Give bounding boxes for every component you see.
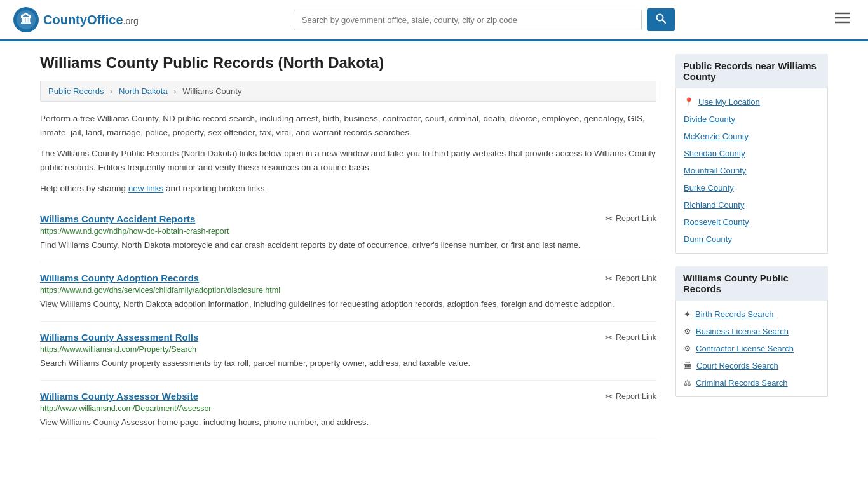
local-link-4[interactable]: Criminal Records Search: [696, 378, 788, 388]
nearby-item-4: Mountrail County: [676, 162, 827, 179]
record-url-2[interactable]: https://www.williamsnd.com/Property/Sear…: [40, 345, 656, 354]
content-area: Williams County Public Records (North Da…: [40, 54, 656, 440]
nearby-section-title: Public Records near Williams County: [675, 54, 828, 88]
court-icon: 🏛: [684, 361, 692, 370]
report-link-button-1[interactable]: ✂ Report Link: [605, 273, 656, 283]
breadcrumb-north-dakota[interactable]: North Dakota: [119, 86, 168, 96]
nearby-link-6[interactable]: Richland County: [684, 200, 744, 210]
record-header: Williams County Assessment Rolls ✂ Repor…: [40, 332, 656, 342]
business-icon: ⚙: [684, 327, 691, 336]
local-item-4: ⚖ Criminal Records Search: [676, 374, 827, 391]
search-icon: [656, 13, 666, 24]
local-item-3: 🏛 Court Records Search: [676, 357, 827, 374]
breadcrumb-sep-2: ›: [173, 86, 176, 96]
record-item: Williams County Assessment Rolls ✂ Repor…: [40, 322, 656, 381]
breadcrumb: Public Records › North Dakota › Williams…: [40, 81, 656, 102]
record-title-0[interactable]: Williams County Accident Reports: [40, 214, 195, 224]
local-section: Williams County Public Records ✦ Birth R…: [675, 266, 828, 397]
record-header: Williams County Accident Reports ✂ Repor…: [40, 214, 656, 224]
birth-icon: ✦: [684, 309, 691, 319]
nearby-item-0: 📍 Use My Location: [676, 93, 827, 111]
record-title-3[interactable]: Williams County Assessor Website: [40, 391, 198, 402]
nearby-link-2[interactable]: McKenzie County: [684, 132, 749, 141]
record-title-1[interactable]: Williams County Adoption Records: [40, 273, 199, 283]
criminal-icon: ⚖: [684, 378, 691, 388]
svg-text:🏛: 🏛: [20, 13, 32, 26]
record-item: Williams County Adoption Records ✂ Repor…: [40, 262, 656, 322]
local-list: ✦ Birth Records Search ⚙ Business Licens…: [675, 301, 828, 397]
record-title-2[interactable]: Williams County Assessment Rolls: [40, 332, 198, 342]
nearby-section: Public Records near Williams County 📍 Us…: [675, 54, 828, 254]
report-link-button-2[interactable]: ✂ Report Link: [605, 332, 656, 342]
record-url-3[interactable]: http://www.williamsnd.com/Department/Ass…: [40, 404, 656, 413]
description-3: Help others by sharing new links and rep…: [40, 182, 656, 196]
record-desc-2: Search Williams County property assessme…: [40, 357, 656, 370]
record-desc-0: Find Williams County, North Dakota motor…: [40, 239, 656, 252]
local-section-title: Williams County Public Records: [675, 266, 828, 301]
nearby-link-8[interactable]: Dunn County: [684, 234, 732, 244]
record-header: Williams County Adoption Records ✂ Repor…: [40, 273, 656, 283]
record-item: Williams County Assessor Website ✂ Repor…: [40, 381, 656, 440]
svg-line-4: [662, 20, 665, 24]
nearby-item-7: Roosevelt County: [676, 214, 827, 231]
nearby-item-8: Dunn County: [676, 231, 827, 248]
location-pin-icon: 📍: [684, 97, 694, 107]
breadcrumb-sep-1: ›: [110, 86, 112, 96]
local-item-2: ⚙ Contractor License Search: [676, 340, 827, 357]
scissors-icon-1: ✂: [605, 273, 613, 283]
scissors-icon-0: ✂: [605, 214, 613, 224]
page-title: Williams County Public Records (North Da…: [40, 54, 656, 72]
logo-area: 🏛 CountyOffice.org: [13, 6, 139, 33]
menu-button[interactable]: [830, 9, 855, 30]
logo-text: CountyOffice.org: [43, 13, 139, 27]
nearby-link-1[interactable]: Divide County: [684, 114, 735, 124]
local-link-2[interactable]: Contractor License Search: [696, 344, 794, 353]
nearby-link-5[interactable]: Burke County: [684, 183, 734, 193]
search-input[interactable]: [294, 10, 642, 30]
local-item-0: ✦ Birth Records Search: [676, 306, 827, 323]
main-layout: Williams County Public Records (North Da…: [27, 41, 841, 453]
header: 🏛 CountyOffice.org: [0, 0, 868, 41]
logo-icon: 🏛: [13, 6, 39, 33]
record-url-1[interactable]: https://www.nd.gov/dhs/services/childfam…: [40, 286, 656, 295]
scissors-icon-3: ✂: [605, 391, 613, 402]
nearby-link-4[interactable]: Mountrail County: [684, 166, 746, 175]
nearby-item-6: Richland County: [676, 196, 827, 214]
record-desc-3: View Williams County Assessor home page,…: [40, 416, 656, 429]
new-links-link[interactable]: new links: [128, 184, 164, 193]
record-header: Williams County Assessor Website ✂ Repor…: [40, 391, 656, 402]
records-list: Williams County Accident Reports ✂ Repor…: [40, 203, 656, 440]
nearby-item-3: Sheridan County: [676, 145, 827, 162]
description-1: Perform a free Williams County, ND publi…: [40, 112, 656, 139]
nearby-link-3[interactable]: Sheridan County: [684, 149, 745, 158]
record-item: Williams County Accident Reports ✂ Repor…: [40, 203, 656, 262]
record-desc-1: View Williams County, North Dakota adopt…: [40, 298, 656, 311]
local-link-1[interactable]: Business License Search: [696, 327, 789, 336]
contractor-icon: ⚙: [684, 344, 691, 353]
local-item-1: ⚙ Business License Search: [676, 323, 827, 340]
local-link-0[interactable]: Birth Records Search: [695, 309, 774, 319]
nearby-item-2: McKenzie County: [676, 128, 827, 145]
breadcrumb-current: Williams County: [182, 86, 241, 96]
nearby-item-1: Divide County: [676, 111, 827, 128]
description-2: The Williams County Public Records (Nort…: [40, 147, 656, 174]
nearby-link-0[interactable]: Use My Location: [698, 97, 760, 107]
report-link-button-0[interactable]: ✂ Report Link: [605, 214, 656, 224]
search-area: [294, 8, 675, 31]
report-link-button-3[interactable]: ✂ Report Link: [605, 391, 656, 402]
sidebar: Public Records near Williams County 📍 Us…: [675, 54, 828, 440]
nearby-item-5: Burke County: [676, 179, 827, 196]
breadcrumb-public-records[interactable]: Public Records: [48, 86, 104, 96]
record-url-0[interactable]: https://www.nd.gov/ndhp/how-do-i-obtain-…: [40, 227, 656, 236]
nearby-list: 📍 Use My Location Divide County McKenzie…: [675, 88, 828, 254]
search-button[interactable]: [647, 8, 675, 31]
scissors-icon-2: ✂: [605, 332, 613, 342]
nearby-link-7[interactable]: Roosevelt County: [684, 217, 749, 227]
hamburger-icon: [835, 11, 850, 24]
local-link-3[interactable]: Court Records Search: [696, 361, 778, 370]
